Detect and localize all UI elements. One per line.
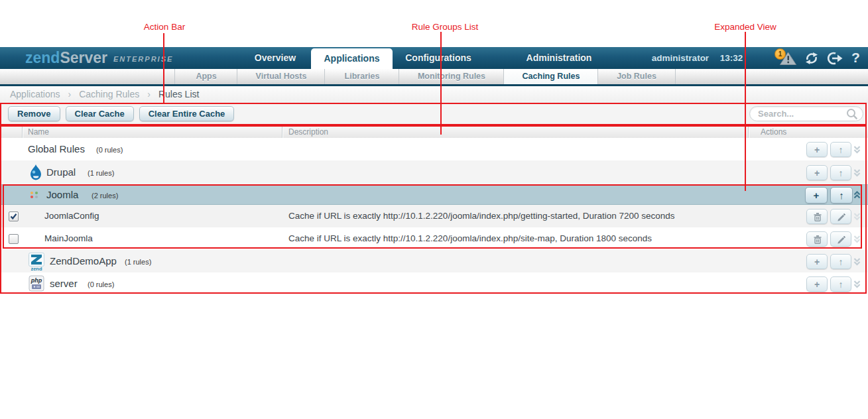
add-rule-button[interactable]: + (806, 142, 828, 157)
logo-zend-text: zend (25, 49, 60, 66)
notification-count-badge: 1 (775, 48, 786, 60)
plus-icon: + (814, 279, 820, 290)
column-separator (748, 126, 749, 138)
subtab-monitoring-rules[interactable]: Monitoring Rules (399, 69, 504, 84)
column-header-actions: Actions (761, 126, 786, 138)
delete-rule-button[interactable] (806, 209, 828, 224)
zend-app-icon: zend (29, 253, 44, 271)
rules-table-header: Name Description Actions (0, 126, 868, 139)
group-name: Global Rules (28, 143, 85, 154)
search-icon[interactable] (846, 108, 858, 120)
up-arrow-icon: ↑ (839, 190, 844, 201)
move-up-button[interactable]: ↑ (830, 165, 851, 180)
collapse-chevron-icon[interactable] (853, 190, 861, 200)
drupal-icon (29, 164, 43, 181)
column-separator (282, 126, 282, 138)
server-time: 13:32 (720, 47, 743, 69)
trash-icon (813, 212, 822, 221)
subtab-job-rules[interactable]: Job Rules (597, 69, 676, 84)
group-name: server (50, 278, 78, 289)
plus-icon: + (814, 190, 820, 201)
annotation-action-bar-label: Action Bar (144, 22, 185, 32)
breadcrumb: Applications›Caching Rules›Rules List (0, 86, 868, 104)
nav-tab-configurations[interactable]: Configurations (405, 47, 471, 69)
plus-icon: + (814, 257, 820, 267)
rule-checkbox-checked[interactable] (9, 211, 19, 221)
logout-icon[interactable] (826, 52, 843, 65)
expand-chevron-icon[interactable] (853, 168, 861, 177)
clear-cache-button[interactable]: Clear Cache (66, 106, 134, 121)
move-up-button[interactable]: ↑ (830, 187, 853, 204)
annotation-expanded-view-label: Expanded View (714, 22, 776, 32)
subtab-virtual-hosts[interactable]: Virtual Hosts (237, 69, 325, 84)
column-header-name: Name (28, 126, 49, 138)
subtab-caching-rules[interactable]: Caching Rules (503, 69, 598, 84)
breadcrumb-caching-rules[interactable]: Caching Rules (79, 89, 139, 99)
nav-tab-overview[interactable]: Overview (255, 47, 296, 69)
group-row-server[interactable]: php server (0 rules) + ↑ (0, 272, 868, 294)
add-rule-button[interactable]: + (806, 254, 828, 269)
group-rule-count: (2 rules) (92, 192, 118, 200)
logo-server-text: Server (60, 49, 107, 66)
column-separator (22, 126, 23, 138)
subtab-libraries[interactable]: Libraries (324, 69, 399, 84)
group-name: ZendDemoApp (50, 255, 117, 267)
refresh-icon[interactable] (804, 52, 819, 65)
edit-rule-button[interactable] (830, 209, 851, 224)
nav-tab-administration[interactable]: Administration (527, 47, 592, 69)
group-row-global-rules[interactable]: Global Rules (0 rules) + ↑ (0, 138, 868, 160)
up-arrow-icon: ↑ (839, 257, 843, 267)
move-up-button[interactable]: ↑ (830, 142, 851, 157)
edit-rule-button[interactable] (830, 231, 851, 247)
help-icon[interactable]: ? (851, 50, 860, 66)
group-row-joomla-selected[interactable]: Joomla (2 rules) + ↑ (0, 184, 868, 205)
rule-name: MainJoomla (44, 233, 93, 243)
annotation-rule-groups-label: Rule Groups List (412, 22, 479, 32)
breadcrumb-rules-list: Rules List (158, 89, 199, 99)
group-rule-count: (1 rules) (88, 169, 114, 177)
svg-text:php: php (31, 277, 42, 284)
group-row-drupal[interactable]: Drupal (1 rules) + ↑ (0, 160, 868, 184)
expand-chevron-icon[interactable] (853, 211, 861, 221)
expand-chevron-icon[interactable] (853, 257, 861, 266)
add-rule-button[interactable]: + (805, 187, 828, 204)
svg-text:zend: zend (31, 266, 42, 271)
subtab-apps[interactable]: Apps (174, 69, 237, 84)
nav-tab-applications[interactable]: Applications (311, 48, 393, 69)
group-name: Drupal (46, 166, 76, 178)
pencil-icon (836, 235, 845, 244)
expand-chevron-icon[interactable] (853, 234, 861, 243)
breadcrumb-separator: › (68, 89, 72, 99)
group-row-zenddemoapp[interactable]: zend ZendDemoApp (1 rules) + ↑ (0, 250, 868, 272)
add-rule-button[interactable]: + (806, 165, 828, 180)
pencil-icon (836, 212, 845, 221)
rule-checkbox-unchecked[interactable] (9, 234, 19, 244)
up-arrow-icon: ↑ (839, 168, 843, 178)
clear-entire-cache-button[interactable]: Clear Entire Cache (139, 106, 235, 121)
rule-row-mainjoomla[interactable]: MainJoomla Cache if URL is exactly http:… (0, 227, 868, 250)
delete-rule-button[interactable] (806, 231, 828, 247)
expand-chevron-icon[interactable] (853, 279, 861, 288)
rule-name: JoomlaConfig (44, 211, 99, 221)
action-buttons: Remove Clear Cache Clear Entire Cache (8, 106, 234, 121)
move-up-button[interactable]: ↑ (830, 276, 851, 292)
logo-edition-text: ENTERPRISE (113, 55, 173, 63)
group-rule-count: (0 rules) (96, 146, 123, 154)
expand-chevron-icon[interactable] (853, 145, 861, 154)
column-header-description: Description (288, 126, 328, 138)
move-up-button[interactable]: ↑ (830, 254, 851, 269)
rule-description: Cache if URL is exactly http://10.1.2.22… (288, 211, 675, 221)
rule-row-joomlaconfig[interactable]: JoomlaConfig Cache if URL is exactly htt… (0, 205, 868, 227)
breadcrumb-separator: › (147, 89, 151, 99)
plus-icon: + (814, 168, 820, 178)
joomla-icon (29, 190, 39, 200)
group-rule-count: (1 rules) (125, 258, 151, 266)
remove-button[interactable]: Remove (8, 106, 60, 121)
group-rule-count: (0 rules) (88, 280, 114, 288)
trash-icon (813, 235, 822, 244)
add-rule-button[interactable]: + (806, 276, 828, 292)
php-server-icon: php (29, 275, 44, 292)
breadcrumb-applications[interactable]: Applications (10, 89, 60, 99)
rule-description: Cache if URL is exactly http://10.1.2.22… (288, 233, 652, 243)
zend-server-caching-rules-page: { "annotations": { "action_bar": "Action… (0, 0, 868, 419)
